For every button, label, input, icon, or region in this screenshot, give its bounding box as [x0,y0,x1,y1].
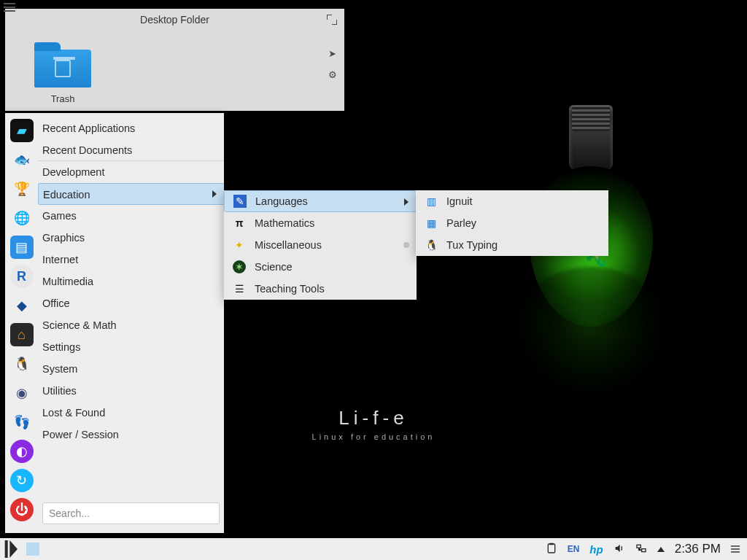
menu-cat-games[interactable]: Games [38,205,224,227]
submenu-item-ignuit[interactable]: ▥ Ignuit [416,190,608,212]
submenu-languages: ▥ Ignuit ▦ Parley 🐧 Tux Typing [416,190,608,256]
fav-icon-r[interactable]: R [10,265,34,288]
fav-icon-power[interactable]: ⏻ [10,498,34,521]
fav-icon-notes[interactable]: ▤ [10,236,34,259]
submenu-item-label: Parley [446,217,476,229]
fav-icon-sphere[interactable]: ◉ [10,381,34,405]
submenu-item-teaching-tools[interactable]: ☰ Teaching Tools [224,278,417,300]
widget-settings-icon[interactable]: ⚙ [328,69,337,80]
fav-icon-tux[interactable]: 🐧 [10,352,34,376]
menu-cat-utilities[interactable]: Utilities [38,380,224,402]
chevron-right-icon [404,198,409,206]
menu-cat-system[interactable]: System [38,358,224,380]
svg-rect-1 [549,542,553,545]
clipboard-tray-icon[interactable] [546,542,557,556]
submenu-item-label: Mathematics [255,217,314,229]
fav-icon-activity[interactable]: ◐ [10,440,34,463]
svg-rect-0 [548,544,554,553]
menu-recent-documents[interactable]: Recent Documents [38,139,224,161]
submenu-item-label: Ignuit [446,195,472,207]
wallpaper-subtitle: Linux for education [312,432,436,441]
taskbar-menu-icon[interactable] [731,545,740,553]
submenu-item-label: Science [255,261,293,273]
languages-icon: ✎ [233,195,247,208]
submenu-item-tux-typing[interactable]: 🐧 Tux Typing [416,234,608,256]
hp-tray-icon[interactable]: hp [589,543,603,556]
wallpaper-title: Li-f-e [312,407,436,429]
cards-icon: ▥ [425,195,438,208]
tux-icon: 🐧 [425,238,438,252]
misc-icon: ✦ [233,238,246,252]
menu-cat-settings[interactable]: Settings [38,336,224,358]
trash-icon [34,50,91,88]
science-icon: ✶ [233,260,246,273]
menu-cat-science-math[interactable]: Science & Math [38,314,224,336]
kde-launcher-button[interactable] [0,538,23,560]
list-icon: ☰ [233,282,246,295]
network-tray-icon[interactable] [635,542,647,556]
desktop-folder-widget[interactable]: Desktop Folder ➤ ⚙ Trash [5,9,344,111]
kde-logo-icon [0,537,23,560]
svg-rect-2 [637,545,640,548]
submenu-item-label: Tux Typing [446,239,498,251]
menu-cat-graphics[interactable]: Graphics [38,227,224,249]
menu-cat-multimedia[interactable]: Multimedia [38,271,224,292]
chevron-right-icon [212,190,217,198]
application-menu: ▰ 🐟 🏆 🌐 ▤ R ◆ ⌂ 🐧 ◉ 👣 ◐ ↻ ⏻ Recent Appli… [5,113,224,533]
submenu-indicator-icon [403,242,409,248]
submenu-item-languages[interactable]: ✎ Languages [224,190,417,212]
menu-cat-power-session[interactable]: Power / Session [38,424,224,446]
widget-side-controls: ➤ ⚙ [328,48,337,80]
search-input[interactable]: Search... [42,502,220,524]
menu-cat-development[interactable]: Development [38,161,224,183]
keyboard-layout-indicator[interactable]: EN [568,544,580,554]
menu-cat-office[interactable]: Office [38,292,224,314]
fav-icon-trophy[interactable]: 🏆 [10,177,34,201]
favorites-column: ▰ 🐟 🏆 🌐 ▤ R ◆ ⌂ 🐧 ◉ 👣 ◐ ↻ ⏻ [5,113,38,533]
fav-icon-diamond[interactable]: ◆ [10,294,34,317]
wallpaper-bulb: 🦎 [511,102,671,452]
desktop-folder-title: Desktop Folder [5,9,344,31]
trash-folder[interactable]: Trash [34,50,91,104]
fav-icon-gnome[interactable]: 👣 [10,411,34,434]
fav-icon-home[interactable]: ⌂ [10,323,34,346]
parley-icon: ▦ [425,217,438,230]
wallpaper-text: Li-f-e Linux for education [312,407,436,441]
submenu-item-label: Languages [255,195,308,207]
menu-cat-education-label: Education [43,189,90,201]
category-list: Recent Applications Recent Documents Dev… [38,113,224,533]
pi-icon: π [233,217,246,230]
menu-cat-education[interactable]: Education [38,183,224,205]
menu-cat-internet[interactable]: Internet [38,249,224,271]
trash-label: Trash [34,93,91,104]
menu-recent-applications[interactable]: Recent Applications [38,117,224,139]
fav-icon-bluefish[interactable]: 🐟 [10,148,34,171]
submenu-item-parley[interactable]: ▦ Parley [416,212,608,234]
fav-icon-browser[interactable]: 🌐 [10,206,34,230]
fav-icon-panel[interactable]: ▰ [10,119,34,142]
fullscreen-icon[interactable] [327,15,337,25]
fav-icon-logout[interactable]: ↻ [10,469,34,492]
taskbar-clock[interactable]: 2:36 PM [675,542,721,556]
widget-run-icon[interactable]: ➤ [328,48,337,59]
tray-expand-icon[interactable] [657,547,665,552]
volume-tray-icon[interactable] [614,542,625,556]
submenu-item-label: Miscellaneous [255,239,322,251]
taskbar: EN hp 2:36 PM [0,538,747,560]
svg-rect-3 [641,548,645,551]
submenu-item-label: Teaching Tools [255,283,325,295]
submenu-item-science[interactable]: ✶ Science [224,256,417,278]
submenu-item-mathematics[interactable]: π Mathematics [224,212,417,234]
submenu-item-miscellaneous[interactable]: ✦ Miscellaneous [224,234,417,256]
menu-cat-lost-found[interactable]: Lost & Found [38,402,224,424]
taskbar-pager[interactable] [26,542,39,556]
submenu-education: ✎ Languages π Mathematics ✦ Miscellaneou… [224,190,417,300]
